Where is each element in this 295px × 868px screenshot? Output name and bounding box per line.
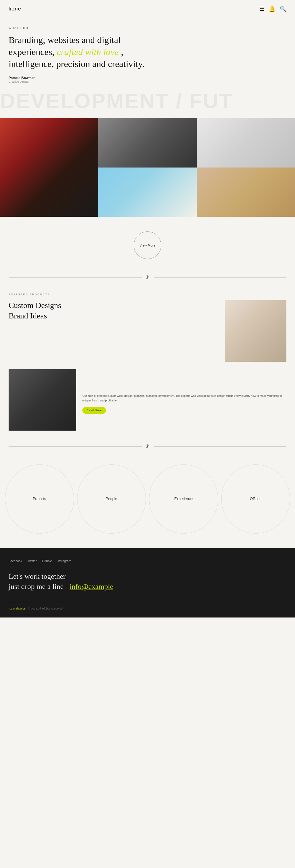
navigation: lione ☰ 🔔 🔍 (0, 0, 295, 18)
marquee-section: DEVELOPMENT / FUT (0, 83, 295, 118)
featured-label: FEATURED PRODUCTS (9, 293, 286, 296)
stat-item-people[interactable]: People (77, 464, 146, 534)
footer-links: Facebook Twitter Dribble Instagram (9, 559, 286, 563)
featured-top: Custom Designs Brand Ideas (9, 300, 286, 362)
read-more-button[interactable]: Read More (83, 407, 106, 414)
bell-icon[interactable]: 🔔 (269, 5, 275, 12)
hero-title: Branding, websites and digital experienc… (9, 34, 150, 70)
hero-label: WHAT I DO (9, 26, 286, 30)
stat-item-experience[interactable]: Experience (149, 464, 218, 534)
footer-bottom: AxionThemes © 2023. All Rights Reserved. (9, 602, 286, 610)
footer-headline: Let's work together just drop me a line … (9, 571, 286, 592)
gallery-item-woman (0, 118, 98, 217)
footer-link-instagram[interactable]: Instagram (58, 559, 71, 563)
hero-highlight: crafted with love (57, 47, 119, 57)
gallery-item-flowers (197, 167, 295, 217)
footer-email-link[interactable]: info@example (70, 583, 113, 590)
featured-description: Our area of practice is quite wide: desi… (83, 394, 286, 403)
stat-label-people: People (106, 497, 117, 501)
stats-section: Projects People Experience Offices (0, 450, 295, 548)
divider-top: ✳ (0, 274, 295, 281)
featured-title-line2: Brand Ideas (9, 311, 47, 320)
footer-headline-line2: just drop me a line - info@example (9, 582, 286, 592)
featured-img-workspace (225, 300, 286, 362)
footer-link-dribble[interactable]: Dribble (42, 559, 52, 563)
featured-img-team (9, 369, 76, 431)
footer-link-twitter[interactable]: Twitter (28, 559, 37, 563)
featured-title: Custom Designs Brand Ideas (9, 300, 219, 321)
stat-item-offices[interactable]: Offices (221, 464, 290, 534)
divider-line-right-2 (154, 446, 287, 446)
search-icon[interactable]: 🔍 (280, 5, 286, 12)
nav-icons: ☰ 🔔 🔍 (259, 5, 286, 12)
stats-grid: Projects People Experience Offices (5, 464, 290, 534)
gallery (0, 118, 295, 217)
marquee-text: DEVELOPMENT / FUT (0, 89, 295, 113)
divider-line-left (9, 277, 142, 278)
footer-rights: © 2023. All Rights Reserved. (28, 607, 63, 610)
logo[interactable]: lione (9, 6, 21, 12)
gallery-item-ballet (98, 118, 197, 167)
featured-title-line1: Custom Designs (9, 301, 61, 310)
gallery-item-fashion (98, 167, 197, 217)
menu-icon[interactable]: ☰ (259, 5, 264, 12)
featured-section: FEATURED PRODUCTS Custom Designs Brand I… (0, 281, 295, 443)
divider-line-left-2 (9, 446, 142, 446)
stat-label-offices: Offices (250, 497, 261, 501)
stat-label-experience: Experience (174, 497, 193, 501)
featured-content: Our area of practice is quite wide: desi… (83, 369, 286, 431)
divider-star-2: ✳ (145, 443, 150, 450)
view-more-section: View More (0, 217, 295, 274)
stat-item-projects[interactable]: Projects (5, 464, 74, 534)
divider-line-right (154, 277, 287, 278)
footer-brand: AxionThemes (9, 607, 26, 610)
stat-label-projects: Projects (33, 497, 46, 501)
footer-brand-name: AxionThemes (9, 607, 26, 610)
footer: Facebook Twitter Dribble Instagram Let's… (0, 548, 295, 618)
view-more-button[interactable]: View More (134, 231, 161, 259)
divider-bottom: ✳ (0, 443, 295, 450)
hero-role: Creative Director (9, 80, 286, 83)
footer-headline-text: just drop me a line - (9, 583, 68, 590)
hero-section: WHAT I DO Branding, websites and digital… (0, 18, 295, 83)
hero-author: Pamela Bowman (9, 76, 286, 80)
featured-bottom: Our area of practice is quite wide: desi… (9, 369, 286, 431)
gallery-item-headphones (197, 118, 295, 167)
footer-link-facebook[interactable]: Facebook (9, 559, 22, 563)
footer-headline-line1: Let's work together (9, 571, 286, 582)
divider-star: ✳ (145, 274, 150, 281)
featured-image-right (225, 300, 286, 362)
